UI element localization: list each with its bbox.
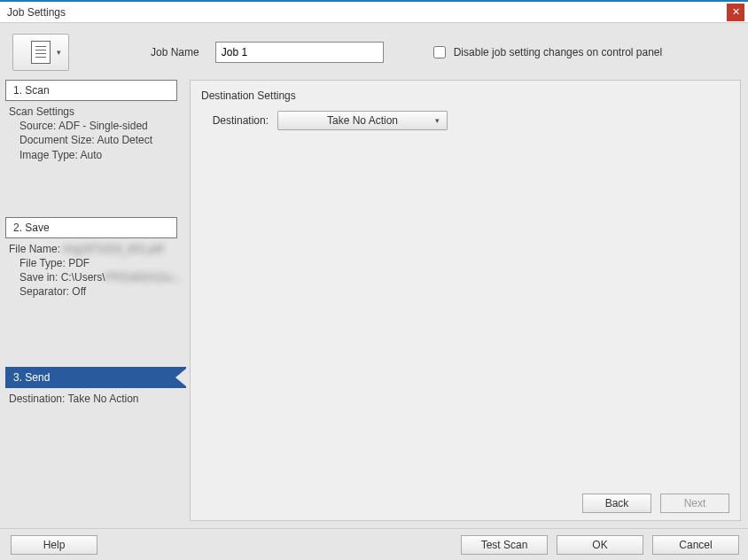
ok-button[interactable]: OK xyxy=(557,535,643,555)
scan-docsize: Document Size: Auto Detect xyxy=(19,133,183,147)
scan-source: Source: ADF - Single-sided xyxy=(19,119,183,133)
save-filename: File Name: img1971019_001.pdf xyxy=(9,242,183,256)
job-name-input[interactable] xyxy=(215,42,384,63)
step-scan-header[interactable]: 1. Scan xyxy=(5,80,177,101)
save-filetype: File Type: PDF xyxy=(19,256,183,270)
nav-row: Back Next xyxy=(582,494,729,513)
header-row: ▾ Job Name Disable job setting changes o… xyxy=(0,23,748,80)
document-icon xyxy=(31,41,51,64)
step-scan: 1. Scan Scan Settings Source: ADF - Sing… xyxy=(5,80,186,166)
send-destination: Destination: Take No Action xyxy=(9,392,183,406)
disable-changes-checkbox[interactable] xyxy=(433,46,446,58)
titlebar: Job Settings ✕ xyxy=(0,2,748,23)
scan-settings-heading: Scan Settings xyxy=(9,105,183,119)
help-button[interactable]: Help xyxy=(11,535,97,555)
disable-changes-checkbox-wrap[interactable]: Disable job setting changes on control p… xyxy=(430,43,663,61)
destination-select[interactable]: Take No Action ▾ xyxy=(277,111,448,130)
save-location-value: FF01d01012u... xyxy=(105,271,181,284)
destination-row: Destination: Take No Action ▾ xyxy=(191,107,740,134)
step-save: 2. Save File Name: img1971019_001.pdf Fi… xyxy=(5,217,186,303)
disable-changes-label: Disable job setting changes on control p… xyxy=(454,46,663,58)
destination-label: Destination: xyxy=(201,114,269,127)
close-button[interactable]: ✕ xyxy=(727,4,744,21)
body: 1. Scan Scan Settings Source: ADF - Sing… xyxy=(0,80,748,528)
step-send-details: Destination: Take No Action xyxy=(5,388,186,409)
destination-settings-title: Destination Settings xyxy=(191,81,740,107)
step-save-details: File Name: img1971019_001.pdf File Type:… xyxy=(5,238,186,303)
footer: Help Test Scan OK Cancel xyxy=(0,528,748,560)
step-scan-details: Scan Settings Source: ADF - Single-sided… xyxy=(5,101,186,166)
step-send-header[interactable]: 3. Send xyxy=(5,367,186,388)
save-filename-label: File Name: xyxy=(9,243,60,255)
scan-imgtype: Image Type: Auto xyxy=(19,148,183,162)
job-settings-window: Job Settings ✕ ▾ Job Name Disable job se… xyxy=(0,0,748,560)
save-filename-value: img1971019_001.pdf xyxy=(63,243,163,255)
save-separator: Separator: Off xyxy=(19,284,183,299)
window-title: Job Settings xyxy=(7,6,727,19)
cancel-button[interactable]: Cancel xyxy=(652,535,739,555)
job-icon-dropdown[interactable]: ▾ xyxy=(12,34,69,71)
next-button: Next xyxy=(660,494,729,513)
save-location: Save in: C:\Users\FF01d01012u... xyxy=(19,270,183,284)
chevron-down-icon: ▾ xyxy=(435,116,440,125)
test-scan-button[interactable]: Test Scan xyxy=(461,535,548,555)
job-name-label: Job Name xyxy=(151,46,199,58)
step-save-header[interactable]: 2. Save xyxy=(5,217,177,238)
sidebar: 1. Scan Scan Settings Source: ADF - Sing… xyxy=(0,80,186,528)
back-button[interactable]: Back xyxy=(582,494,651,513)
main-panel: Destination Settings Destination: Take N… xyxy=(190,80,741,521)
close-icon: ✕ xyxy=(732,6,740,18)
chevron-down-icon: ▾ xyxy=(57,48,61,57)
save-location-label: Save in: C:\Users\ xyxy=(19,271,105,284)
step-send: 3. Send Destination: Take No Action xyxy=(5,367,186,409)
destination-select-value: Take No Action xyxy=(327,114,398,127)
